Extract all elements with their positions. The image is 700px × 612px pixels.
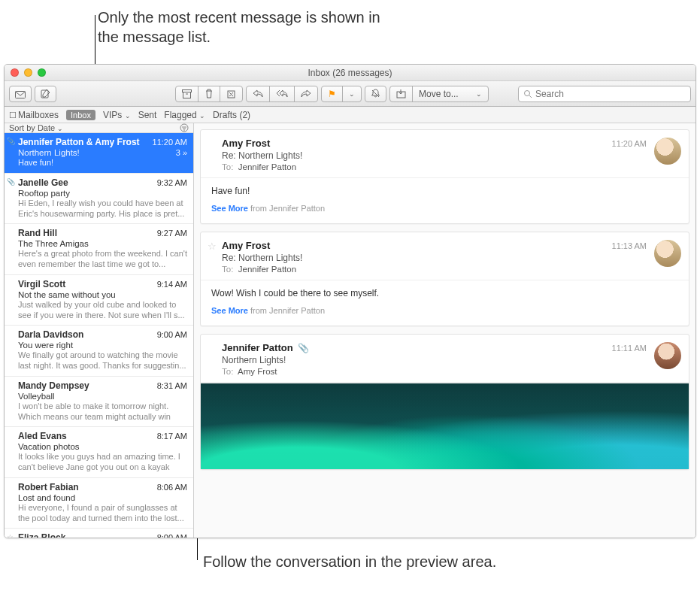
conversation-card[interactable]: Amy FrostRe: Northern Lights!To: Jennife… xyxy=(200,232,689,326)
move-to-group: Move to... ⌄ xyxy=(389,86,489,102)
card-subject: Re: Northern Lights! xyxy=(222,150,678,161)
window-title: Inbox (26 messages) xyxy=(5,68,695,78)
message-time: 9:27 AM xyxy=(157,229,187,238)
search-box[interactable] xyxy=(518,86,691,102)
archive-delete-junk-group xyxy=(175,86,243,102)
message-from: Aled Evans xyxy=(18,431,67,441)
card-recipient: To: Amy Frost xyxy=(222,367,678,376)
message-subject: Northern Lights! xyxy=(18,148,80,157)
message-subject: Not the same without you xyxy=(18,290,116,299)
see-more-row: See More from Jennifer Patton xyxy=(211,306,678,315)
archive-button[interactable] xyxy=(176,86,198,101)
see-more-from: from Jennifer Patton xyxy=(248,306,325,315)
flag-button[interactable]: ⚑ xyxy=(322,86,343,101)
card-body: Wow! Wish I could be there to see myself… xyxy=(201,280,689,326)
message-time: 8:00 AM xyxy=(157,533,187,538)
main-area: Sort by Date ⌄ Jennifer Patton & Amy Fro… xyxy=(5,123,695,538)
message-preview: We finally got around to watching the mo… xyxy=(18,350,187,371)
message-time: 9:00 AM xyxy=(157,330,187,339)
message-from: Janelle Gee xyxy=(18,177,68,188)
message-list-item[interactable]: Eliza Block8:00 AM xyxy=(5,529,193,538)
avatar xyxy=(654,240,681,267)
message-list-item[interactable]: Rand Hill9:27 AMThe Three AmigasHere's a… xyxy=(5,224,193,275)
message-list-item[interactable]: Robert Fabian8:06 AMLost and foundHi eve… xyxy=(5,478,193,529)
flag-menu-button[interactable]: ⌄ xyxy=(343,86,361,101)
mail-window: Inbox (26 messages) ⚑ ⌄ xyxy=(4,64,696,538)
message-preview: Hi everyone, I found a pair of sunglasse… xyxy=(18,503,187,524)
favbar-sent[interactable]: Sent xyxy=(138,110,157,120)
favbar-vips[interactable]: VIPs ⌄ xyxy=(103,110,131,120)
forward-button[interactable] xyxy=(295,86,317,101)
card-recipient: To: Jennifer Patton xyxy=(222,162,678,171)
avatar xyxy=(654,138,681,165)
titlebar: Inbox (26 messages) xyxy=(5,65,695,81)
favbar-inbox[interactable]: Inbox xyxy=(66,110,95,120)
see-more-link[interactable]: See More xyxy=(211,204,248,213)
mailboxes-button[interactable]: Mailboxes xyxy=(9,110,59,120)
message-from: Eliza Block xyxy=(18,532,65,538)
message-time: 9:14 AM xyxy=(157,280,187,289)
card-time: 11:13 AM xyxy=(612,241,647,250)
message-subject: Volleyball xyxy=(18,392,55,401)
message-time: 8:17 AM xyxy=(157,432,187,441)
card-body: Have fun!See More from Jennifer Patton xyxy=(201,178,689,223)
message-list-item[interactable]: Darla Davidson9:00 AMYou were rightWe fi… xyxy=(5,326,193,377)
message-list-item[interactable]: Aled Evans8:17 AMVacation photosIt looks… xyxy=(5,427,193,478)
svg-rect-0 xyxy=(16,91,26,98)
reply-group xyxy=(246,86,318,102)
toolbar: ⚑ ⌄ Move to... ⌄ xyxy=(5,81,695,107)
message-preview: Hi Eden, I really wish you could have be… xyxy=(18,198,187,220)
message-list-item[interactable]: Virgil Scott9:14 AMNot the same without … xyxy=(5,275,193,326)
avatar xyxy=(654,342,681,369)
card-image-attachment xyxy=(201,383,689,469)
message-from: Virgil Scott xyxy=(18,279,65,289)
favbar-flagged[interactable]: Flagged ⌄ xyxy=(164,110,205,120)
see-more-from: from Jennifer Patton xyxy=(248,204,325,213)
get-mail-button[interactable] xyxy=(9,86,32,102)
junk-button[interactable] xyxy=(220,86,242,101)
message-time: 11:20 AM xyxy=(153,138,187,147)
zoom-window-button[interactable] xyxy=(38,68,46,77)
message-list-item[interactable]: Janelle Gee9:32 AMRooftop partyHi Eden, … xyxy=(5,174,193,225)
card-recipient: To: Jennifer Patton xyxy=(222,265,678,274)
reply-all-button[interactable] xyxy=(270,86,295,101)
search-input[interactable] xyxy=(535,89,686,99)
card-header: Jennifer Patton📎Northern Lights!To: Amy … xyxy=(201,335,689,383)
card-subject: Northern Lights! xyxy=(222,355,678,365)
message-preview: It looks like you guys had an amazing ti… xyxy=(18,452,187,473)
see-more-link[interactable]: See More xyxy=(211,306,248,315)
move-to-icon[interactable] xyxy=(390,86,413,101)
message-from: Jennifer Patton & Amy Frost xyxy=(18,137,140,147)
message-list: Sort by Date ⌄ Jennifer Patton & Amy Fro… xyxy=(5,123,194,538)
message-time: 9:32 AM xyxy=(157,178,187,187)
minimize-window-button[interactable] xyxy=(24,68,32,77)
sort-bar[interactable]: Sort by Date ⌄ xyxy=(5,123,193,133)
card-sender: Amy Frost xyxy=(222,240,678,251)
mute-button[interactable] xyxy=(365,86,386,102)
svg-point-6 xyxy=(525,90,530,95)
card-sender: Amy Frost xyxy=(222,138,678,149)
conversation-card[interactable]: Jennifer Patton📎Northern Lights!To: Amy … xyxy=(200,334,689,470)
reply-button[interactable] xyxy=(247,86,270,101)
card-body-text: Have fun! xyxy=(211,186,678,196)
move-to-select[interactable]: Move to... ⌄ xyxy=(413,86,488,101)
annotation-top: Only the most recent message is shown in… xyxy=(98,8,398,47)
message-subject: Rooftop party xyxy=(18,189,70,198)
favbar-drafts[interactable]: Drafts (2) xyxy=(213,110,250,120)
window-controls xyxy=(5,68,46,77)
delete-button[interactable] xyxy=(198,86,220,101)
message-list-item[interactable]: Jennifer Patton & Amy Frost11:20 AMNorth… xyxy=(5,133,193,174)
favorites-bar: Mailboxes Inbox VIPs ⌄ Sent Flagged ⌄ Dr… xyxy=(5,107,695,123)
message-from: Darla Davidson xyxy=(18,329,83,340)
conversation-card[interactable]: Amy FrostRe: Northern Lights!To: Jennife… xyxy=(200,129,689,224)
compose-button[interactable] xyxy=(35,86,56,102)
card-time: 11:20 AM xyxy=(612,139,647,148)
card-time: 11:11 AM xyxy=(612,344,647,353)
message-preview: Here's a great photo from the weekend. I… xyxy=(18,249,187,270)
svg-rect-3 xyxy=(183,92,191,98)
message-from: Rand Hill xyxy=(18,228,57,238)
message-list-item[interactable]: Mandy Dempsey8:31 AMVolleyballI won't be… xyxy=(5,377,193,428)
close-window-button[interactable] xyxy=(11,68,19,77)
filter-icon[interactable] xyxy=(180,123,189,132)
preview-pane: Amy FrostRe: Northern Lights!To: Jennife… xyxy=(194,123,695,538)
